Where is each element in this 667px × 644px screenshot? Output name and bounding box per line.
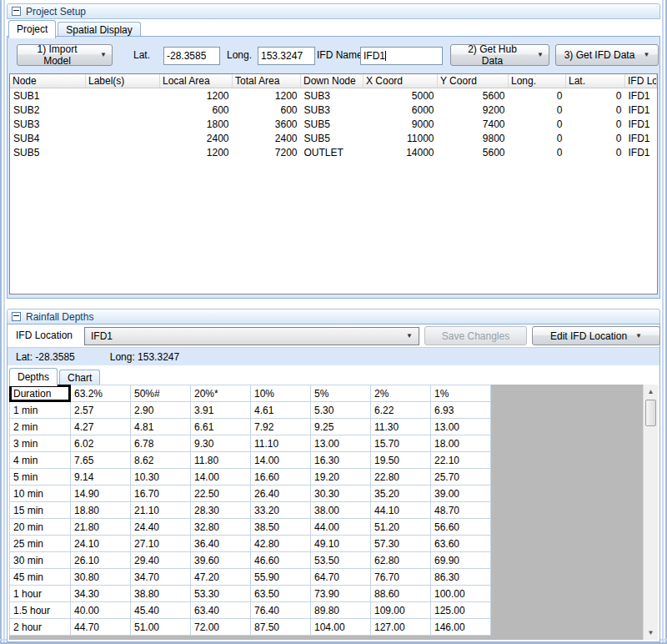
grid-cell[interactable]: 20 min	[10, 519, 71, 536]
grid-header-cell[interactable]: 10%	[251, 385, 311, 402]
grid-cell[interactable]: 72.00	[191, 619, 251, 636]
grid-cell[interactable]: 30.30	[311, 486, 371, 502]
scroll-down-icon[interactable]: ▼	[644, 626, 658, 639]
grid-cell[interactable]: 63.40	[191, 602, 251, 619]
grid-cell[interactable]: 14.90	[71, 486, 131, 502]
grid-cell[interactable]: 38.80	[131, 586, 191, 602]
grid-cell[interactable]: 9.25	[311, 419, 371, 435]
grid-cell[interactable]: 1.5 hour	[10, 602, 71, 619]
grid-cell[interactable]: 22.50	[191, 486, 251, 502]
grid-cell[interactable]: 48.70	[431, 502, 491, 519]
grid-cell[interactable]: 62.80	[371, 552, 431, 569]
grid-cell[interactable]: 63.60	[431, 536, 491, 552]
grid-cell[interactable]: 15 min	[10, 502, 71, 519]
grid-cell[interactable]: 34.70	[131, 569, 191, 586]
grid-cell[interactable]: 1 hour	[10, 586, 71, 602]
grid-cell[interactable]: 36.40	[191, 536, 251, 552]
grid-cell[interactable]: 14.00	[191, 469, 251, 486]
grid-cell[interactable]: 53.50	[311, 552, 371, 569]
grid-cell[interactable]: 11.80	[191, 452, 251, 469]
long-input[interactable]: 153.3247	[258, 47, 315, 65]
grid-cell[interactable]: 18.00	[431, 435, 491, 452]
grid-cell[interactable]: 19.50	[371, 452, 431, 469]
grid-cell[interactable]: 1 min	[10, 402, 71, 419]
grid-cell[interactable]: 5 min	[10, 469, 71, 486]
column-header[interactable]: Label(s)	[86, 74, 160, 88]
grid-cell[interactable]: 86.30	[431, 569, 491, 586]
grid-cell[interactable]: 2.90	[131, 402, 191, 419]
grid-cell[interactable]: 6.02	[71, 435, 131, 452]
table-row[interactable]: SUB318003600SUB59000740000IFD1	[10, 117, 657, 131]
grid-cell[interactable]: 39.60	[191, 552, 251, 569]
grid-cell[interactable]: 2.57	[71, 402, 131, 419]
grid-header-cell[interactable]: 50%#	[131, 385, 191, 402]
grid-cell[interactable]: 38.00	[311, 502, 371, 519]
grid-cell[interactable]: 10.30	[131, 469, 191, 486]
grid-cell[interactable]: 28.30	[191, 502, 251, 519]
grid-cell[interactable]: 42.80	[251, 536, 311, 552]
column-header[interactable]: IFD Location	[625, 74, 657, 88]
grid-cell[interactable]: 3 min	[10, 435, 71, 452]
tab-depths[interactable]: Depths	[9, 368, 58, 386]
grid-cell[interactable]: 56.60	[431, 519, 491, 536]
table-row[interactable]: SUB424002400SUB511000980000IFD1	[10, 131, 657, 145]
grid-cell[interactable]: 4.61	[251, 402, 311, 419]
lat-input[interactable]: -28.3585	[163, 47, 220, 65]
grid-cell[interactable]: 127.00	[371, 619, 431, 636]
grid-cell[interactable]: 76.70	[371, 569, 431, 586]
grid-cell[interactable]: 40.00	[71, 602, 131, 619]
grid-cell[interactable]: 6.22	[371, 402, 431, 419]
grid-cell[interactable]: 6.61	[191, 419, 251, 435]
grid-cell[interactable]: 45.40	[131, 602, 191, 619]
grid-cell[interactable]: 47.20	[191, 569, 251, 586]
grid-cell[interactable]: 100.00	[431, 586, 491, 602]
grid-cell[interactable]: 30 min	[10, 552, 71, 569]
grid-header-cell[interactable]: 20%*	[191, 385, 251, 402]
column-header[interactable]: Long.	[509, 74, 566, 88]
grid-cell[interactable]: 44.70	[71, 619, 131, 636]
import-model-button[interactable]: 1) Import Model ▼	[17, 44, 113, 66]
grid-cell[interactable]: 2 min	[10, 419, 71, 435]
column-header[interactable]: Local Area	[160, 74, 233, 88]
grid-cell[interactable]: 39.00	[431, 486, 491, 502]
grid-cell[interactable]: 16.60	[251, 469, 311, 486]
grid-cell[interactable]: 11.30	[371, 419, 431, 435]
scroll-up-icon[interactable]: ▲	[644, 385, 658, 398]
column-header[interactable]: Total Area	[233, 74, 301, 88]
grid-cell[interactable]: 51.20	[371, 519, 431, 536]
grid-cell[interactable]: 69.90	[431, 552, 491, 569]
grid-cell[interactable]: 33.20	[251, 502, 311, 519]
grid-cell[interactable]: 49.10	[311, 536, 371, 552]
grid-cell[interactable]: 53.30	[191, 586, 251, 602]
vertical-scrollbar[interactable]: ▲ ▼	[643, 385, 658, 640]
grid-header-cell[interactable]: 1%	[431, 385, 491, 402]
grid-cell[interactable]: 38.50	[251, 519, 311, 536]
grid-cell[interactable]: 88.60	[371, 586, 431, 602]
table-row[interactable]: SUB512007200OUTLET14000560000IFD1	[10, 145, 657, 159]
ifd-location-combobox[interactable]: IFD1 ▼	[84, 327, 419, 345]
grid-cell[interactable]: 63.50	[251, 586, 311, 602]
grid-cell[interactable]: 57.30	[371, 536, 431, 552]
grid-cell[interactable]: 7.92	[251, 419, 311, 435]
column-header[interactable]: Lat.	[566, 74, 625, 88]
grid-cell[interactable]: 10 min	[10, 486, 71, 502]
grid-cell[interactable]: 11.10	[251, 435, 311, 452]
grid-cell[interactable]: 22.80	[371, 469, 431, 486]
rainfall-depths-group-header[interactable]: Rainfall Depths	[7, 309, 660, 325]
grid-cell[interactable]: 29.40	[131, 552, 191, 569]
grid-cell[interactable]: 146.00	[431, 619, 491, 636]
grid-cell[interactable]: 24.40	[131, 519, 191, 536]
grid-cell[interactable]: 19.20	[311, 469, 371, 486]
grid-cell[interactable]: 18.80	[71, 502, 131, 519]
grid-cell[interactable]: 25.70	[431, 469, 491, 486]
grid-cell[interactable]: 44.00	[311, 519, 371, 536]
grid-cell[interactable]: 104.00	[311, 619, 371, 636]
get-ifd-data-button[interactable]: 3) Get IFD Data ▼	[555, 44, 659, 66]
grid-cell[interactable]: 16.30	[311, 452, 371, 469]
grid-header-cell[interactable]: 2%	[371, 385, 431, 402]
grid-cell[interactable]: 27.10	[131, 536, 191, 552]
grid-cell[interactable]: 21.80	[71, 519, 131, 536]
grid-cell[interactable]: 5.30	[311, 402, 371, 419]
grid-header-cell[interactable]: 5%	[311, 385, 371, 402]
grid-cell[interactable]: 32.80	[191, 519, 251, 536]
